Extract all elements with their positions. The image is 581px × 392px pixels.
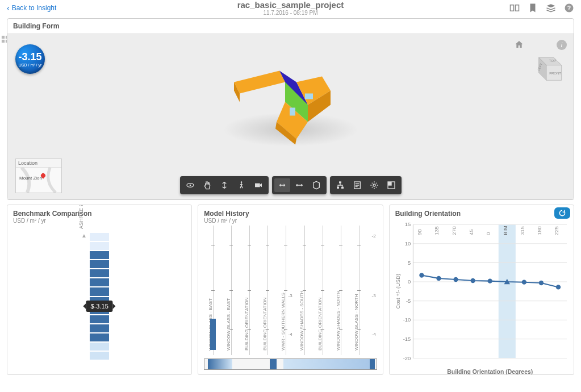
svg-point-60 (436, 276, 441, 281)
model-tree-tool[interactable] (332, 178, 348, 192)
bookmark-icon[interactable] (528, 3, 538, 13)
zoom-tool[interactable] (216, 178, 232, 192)
orientation-card: Building Orientation 151050-5-10-15-20Co… (389, 205, 574, 375)
orientation-title: Building Orientation (395, 210, 568, 218)
svg-point-22 (189, 185, 191, 186)
history-col-label: BUILDING ORIENTATION (244, 298, 249, 351)
svg-text:-20: -20 (403, 356, 411, 361)
svg-point-29 (373, 184, 375, 186)
back-label: Back to Insight (12, 4, 57, 12)
svg-rect-27 (341, 187, 344, 189)
svg-text:BIM: BIM (502, 226, 508, 235)
svg-text:-5: -5 (406, 298, 411, 304)
benchmark-card: Benchmark Comparison USD / m² / yr ▲ ASH… (7, 205, 192, 375)
refresh-icon[interactable] (554, 207, 570, 219)
svg-rect-25 (339, 181, 341, 183)
svg-rect-4 (511, 5, 514, 11)
svg-point-23 (240, 181, 242, 183)
score-value: -3.15 (18, 51, 41, 63)
svg-rect-19 (305, 94, 313, 99)
camera-tool[interactable] (250, 178, 266, 192)
svg-point-61 (453, 277, 458, 282)
location-label: Location (16, 159, 61, 168)
layers-icon[interactable] (546, 3, 556, 13)
svg-text:180: 180 (537, 226, 542, 235)
svg-marker-11 (234, 71, 285, 94)
svg-text:10: 10 (404, 241, 410, 247)
history-plot[interactable]: WINDOW GLASS - EASTWINDOW GLASS - EASTBU… (204, 226, 377, 355)
info-icon[interactable]: i (557, 40, 567, 50)
svg-rect-26 (337, 187, 339, 189)
history-col-label: BUILDING ORIENTATION (317, 298, 323, 351)
svg-rect-31 (388, 182, 392, 186)
history-col-label: WWR - SOUTHERN WALLS (281, 293, 286, 351)
svg-text:225: 225 (554, 226, 559, 235)
project-timestamp: 11.7.2016 - 08:19 PM (237, 10, 344, 16)
settings-tool[interactable] (366, 178, 382, 192)
benchmark-unit: USD / m² / yr (13, 218, 186, 224)
svg-text:-10: -10 (403, 317, 411, 323)
fullscreen-tool[interactable] (383, 178, 399, 192)
nav-tool-group (180, 176, 269, 194)
svg-text:315: 315 (520, 226, 525, 235)
svg-text:45: 45 (468, 229, 474, 235)
svg-text:Building Orientation (Degrees): Building Orientation (Degrees) (447, 369, 533, 375)
svg-point-67 (556, 285, 561, 289)
svg-point-65 (521, 280, 526, 285)
svg-point-63 (487, 278, 492, 283)
cube-front-label: FRONT (549, 72, 561, 75)
viewer-toolbar (180, 176, 402, 194)
svg-text:90: 90 (417, 229, 423, 235)
svg-text:135: 135 (434, 226, 440, 235)
history-col-label: WINDOW GLASS - EAST (226, 298, 231, 351)
back-to-insight-link[interactable]: ‹ Back to Insight (7, 3, 56, 12)
history-unit: USD / m² / yr (204, 218, 377, 224)
svg-text:0: 0 (408, 279, 411, 285)
svg-rect-24 (255, 184, 260, 187)
history-title: Model History (204, 210, 377, 218)
properties-tool[interactable] (349, 178, 365, 192)
explode-tool[interactable] (274, 178, 290, 192)
history-col-label: WINDOW SHADES - SOUTH (299, 291, 304, 351)
history-col-label: WINDOW SHADES - NORTH (336, 290, 341, 351)
benchmark-value-badge: $-3.15 (86, 301, 113, 312)
svg-text:-15: -15 (403, 336, 411, 342)
building-form-panel: Building Form -3.15 USD / m² / yr i TOP … (7, 18, 574, 200)
energy-score-badge[interactable]: -3.15 USD / m² / yr (15, 44, 45, 74)
display-tool-group (272, 176, 327, 194)
svg-rect-0 (2, 36, 5, 39)
building-model[interactable] (223, 54, 359, 147)
svg-text:0: 0 (485, 232, 491, 235)
svg-point-59 (419, 273, 424, 277)
location-minimap[interactable]: Location Mount Zion (15, 159, 62, 193)
measure-tool[interactable] (291, 178, 307, 192)
section-tool[interactable] (308, 178, 324, 192)
pan-tool[interactable] (199, 178, 215, 192)
chevron-left-icon: ‹ (7, 3, 10, 12)
view-cube[interactable]: TOP LEFT FRONT (527, 50, 566, 84)
orientation-chart[interactable]: 151050-5-10-15-20Cost +/- (USD)901352704… (393, 222, 570, 375)
history-col-label: BUILDING ORIENTATION (262, 298, 267, 351)
project-title: rac_basic_sample_project (237, 0, 344, 10)
benchmark-title: Benchmark Comparison (13, 210, 186, 218)
analysis-cards: Benchmark Comparison USD / m² / yr ▲ ASH… (0, 205, 581, 375)
home-icon[interactable] (515, 40, 524, 51)
compare-icon[interactable] (509, 3, 520, 13)
benchmark-column[interactable] (89, 232, 110, 360)
walk-tool[interactable] (233, 178, 249, 192)
header-actions: ? (509, 3, 574, 13)
bench-arrow-icon: ▲ (81, 232, 87, 239)
location-city: Mount Zion (19, 176, 42, 181)
score-unit: USD / m² / yr (19, 63, 41, 67)
cube-top-label: TOP (549, 59, 556, 62)
map-thumbnail: Mount Zion (16, 168, 61, 193)
benchmark-axis-label: ASHRAE 90.1 ($17.21) (78, 205, 84, 229)
viewport-3d[interactable]: -3.15 USD / m² / yr i TOP LEFT FRONT (7, 34, 574, 199)
history-strip[interactable] (204, 358, 377, 370)
svg-point-62 (470, 278, 475, 283)
svg-text:15: 15 (404, 222, 410, 227)
orbit-tool[interactable] (182, 178, 198, 192)
svg-text:Cost +/- (USD): Cost +/- (USD) (395, 274, 401, 309)
svg-rect-5 (516, 5, 519, 11)
help-icon[interactable]: ? (564, 3, 574, 13)
